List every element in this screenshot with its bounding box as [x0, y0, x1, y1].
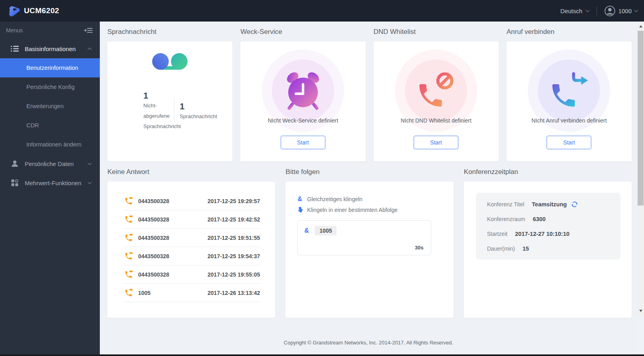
user-menu[interactable]: 1000	[604, 6, 638, 16]
follow-me-card: & Gleichzeitiges klingeln Klingeln in ei…	[285, 181, 454, 318]
sidebar-collapse-icon[interactable]	[84, 28, 93, 33]
legend-sequential: Klingeln in einer bestimmten Abfolge	[297, 204, 431, 215]
field-value: 2017-12-27 10:10:10	[515, 229, 569, 238]
recurring-icon	[571, 201, 578, 208]
sidebar-group-label: Basisinformationen	[25, 45, 76, 52]
conference-row-room: Konferenzraum 6300	[487, 215, 613, 223]
scrollbar-up-arrow[interactable]	[637, 23, 644, 30]
call-time: 2017-12-25 19:51:55	[208, 235, 260, 241]
missed-call-row: 0443500328 2017-12-25 19:55:05	[124, 265, 260, 284]
call-number: 0443500328	[138, 216, 169, 223]
alarm-clock-icon	[281, 69, 325, 112]
call-time: 2017-12-25 19:55:05	[208, 271, 260, 278]
call-number: 0443500328	[138, 235, 169, 241]
brand-title: UCM6202	[24, 6, 59, 15]
sidebar-group-mehrwert-funktionen[interactable]: Mehrwert-Funktionen	[0, 173, 100, 192]
wakeup-start-button[interactable]: Start	[281, 136, 325, 149]
sidebar-item-persoenliche-konfig[interactable]: Persönliche Konfig	[0, 77, 100, 97]
missed-call-row: 0443500328 2017-12-25 19:54:37	[124, 247, 260, 265]
chevron-up-icon	[88, 47, 92, 51]
stats-divider	[174, 99, 174, 122]
chevron-down-icon	[585, 8, 589, 12]
call-transfer-card: NIcht Anruf verbinden definiert Start	[506, 41, 632, 162]
card-title-conference: Konferenzzeitplan	[464, 168, 632, 177]
missed-call-list: 0443500328 2017-12-25 19:29:57 044350032…	[107, 182, 275, 302]
missed-call-icon	[124, 252, 133, 261]
chevron-down-icon	[634, 8, 638, 12]
sidebar-item-erweiterungen[interactable]: Erweiterungen	[0, 97, 100, 116]
menus-label: Menus	[6, 27, 23, 34]
call-time: 2017-12-25 19:54:37	[208, 253, 260, 259]
conference-card: Konferenz Titel Teamsitzung	[464, 181, 632, 318]
card-title-follow-me: Bitte folgen	[285, 168, 454, 177]
sidebar-group-persoenliche-daten[interactable]: Persönliche Daten	[0, 154, 100, 173]
dnd-start-button[interactable]: Start	[414, 136, 458, 149]
legend-simultaneous-label: Gleichzeitiges klingeln	[307, 196, 363, 202]
dnd-card: NIcht DND Whitelist definiert Start	[373, 41, 499, 162]
language-selector[interactable]: Deutsch	[561, 8, 589, 14]
conference-row-title: Konferenz Titel Teamsitzung	[487, 200, 613, 209]
total-voicemail-count: 1	[180, 102, 217, 111]
missed-call-icon	[124, 197, 133, 206]
copyright-text: Copyright © Grandstream Networks, Inc. 2…	[100, 340, 637, 346]
conference-panel: Konferenz Titel Teamsitzung	[476, 193, 620, 259]
follow-me-member-box: & 1005 30s	[297, 220, 431, 255]
wakeup-status-text: NIcht Weck-Service definiert	[240, 117, 365, 124]
arrow-down-icon	[297, 207, 304, 213]
sidebar-group-basisinformationen[interactable]: Basisinformationen	[0, 39, 100, 58]
field-value: 6300	[533, 215, 545, 223]
vertical-scrollbar	[637, 22, 644, 316]
missed-call-row: 1005 2017-12-26 13:13:42	[124, 284, 260, 302]
person-icon	[11, 160, 19, 167]
sidebar-item-cdr[interactable]: CDR	[0, 116, 100, 135]
call-transfer-start-button[interactable]: Start	[547, 136, 591, 149]
card-title-call-transfer: Anruf verbinden	[507, 28, 632, 37]
avatar	[604, 6, 615, 16]
missed-call-row: 0443500328 2017-12-25 19:42:52	[124, 210, 260, 229]
ampersand-symbol: &	[297, 196, 304, 203]
phone-blocked-icon	[415, 69, 457, 112]
field-label: Startzeit	[487, 229, 507, 238]
scrollbar-down-arrow[interactable]	[637, 308, 644, 314]
missed-call-icon	[124, 270, 133, 279]
voicemail-stats: 1 Nicht-abgerufene Sprachnachricht 1 Spr…	[107, 91, 232, 132]
brand: UCM6202	[0, 5, 59, 17]
language-label: Deutsch	[561, 8, 583, 14]
sidebar-item-benutzerinformation[interactable]: Benutzerinformation	[0, 58, 100, 77]
legend-sequential-label: Klingeln in einer bestimmten Abfolge	[307, 207, 397, 213]
missed-call-icon	[124, 215, 133, 224]
wakeup-card: NIcht Weck-Service definiert Start	[240, 41, 366, 162]
list-icon	[11, 45, 19, 52]
missed-call-row: 0443500328 2017-12-25 19:51:55	[124, 229, 260, 247]
grandstream-logo-icon	[8, 5, 20, 17]
conference-row-start: Startzeit 2017-12-27 10:10:10	[487, 229, 613, 238]
bottom-edge-strip	[0, 354, 644, 356]
missed-call-icon	[124, 233, 133, 242]
missed-call-icon	[124, 289, 133, 297]
voicemail-card: 1 Nicht-abgerufene Sprachnachricht 1 Spr…	[107, 41, 233, 162]
sidebar-nav: Basisinformationen Benutzerinformation P…	[0, 39, 100, 192]
sidebar-item-informationen-aendern[interactable]: Informationen ändern	[0, 135, 100, 154]
field-label: Dauer(min)	[487, 244, 515, 253]
call-time: 2017-12-25 19:29:57	[208, 198, 260, 204]
ampersand-symbol: &	[304, 227, 311, 234]
card-title-dnd: DND Whitelist	[374, 28, 499, 37]
card-title-no-answer: Keine Antwort	[107, 168, 275, 177]
legend-simultaneous: & Gleichzeitiges klingeln	[297, 194, 431, 204]
phone-forward-icon	[548, 69, 590, 112]
card-title-wakeup: Weck-Service	[240, 28, 366, 37]
sidebar: Menus Basisinformationen	[0, 22, 100, 356]
ring-time-label: 30s	[415, 245, 424, 251]
conference-row-duration: Dauer(min) 15	[487, 244, 613, 253]
call-number: 0443500328	[138, 198, 169, 204]
menus-header: Menus	[0, 22, 100, 39]
field-label: Konferenz Titel	[487, 200, 524, 209]
chevron-down-icon	[88, 180, 92, 184]
unread-voicemail-count: 1	[143, 91, 169, 101]
user-id-label: 1000	[618, 8, 632, 14]
sidebar-group-label: Persönliche Daten	[25, 160, 74, 167]
card-title-voicemail: Sprachnachricht	[107, 28, 233, 37]
voicemail-icon	[152, 53, 188, 73]
field-value: 15	[523, 244, 529, 253]
scrollbar-thumb[interactable]	[638, 31, 644, 206]
